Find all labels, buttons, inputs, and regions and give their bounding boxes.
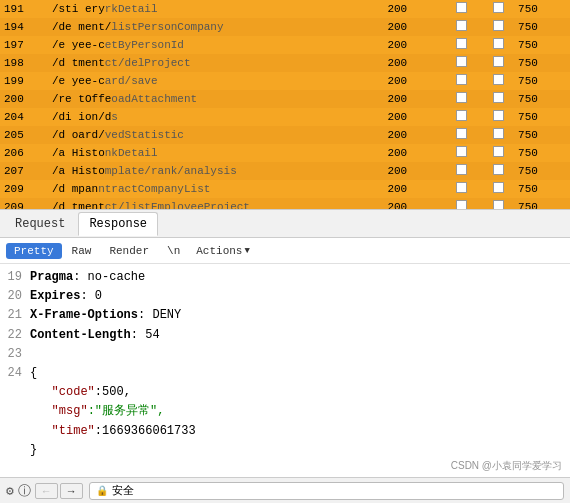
row-method: 200 [383, 162, 439, 180]
row-check2 [484, 198, 514, 210]
table-row[interactable]: 204 /di ion/ds 200 750 [0, 108, 570, 126]
main-tabs-bar: Request Response [0, 210, 570, 238]
row-id: 206 [0, 144, 48, 162]
line-content-21: X-Frame-Options: DENY [30, 306, 564, 325]
line-content-20: Expires: 0 [30, 287, 564, 306]
table-row[interactable]: 205 /d oard/vedStatistic 200 750 [0, 126, 570, 144]
table-row[interactable]: 194 /de ment/listPersonCompany 200 750 [0, 18, 570, 36]
json-code-key: "code" [52, 385, 95, 399]
json-msg-key: "msg" [52, 404, 88, 418]
row-id: 197 [0, 36, 48, 54]
row-method: 200 [383, 54, 439, 72]
row-size: 750 [514, 0, 570, 18]
row-method: 200 [383, 36, 439, 54]
row-id: 191 [0, 0, 48, 18]
line-content-26: "msg":"服务异常", [30, 402, 564, 421]
row-check2 [484, 126, 514, 144]
row-id: 209 [0, 180, 48, 198]
row-size: 750 [514, 36, 570, 54]
table-row[interactable]: 197 /e yee-cetByPersonId 200 750 [0, 36, 570, 54]
table-row[interactable]: 191 /sti eryrkDetail 200 750 [0, 0, 570, 18]
row-method: 200 [383, 108, 439, 126]
subtab-render[interactable]: Render [101, 243, 157, 259]
line-27: "time":1669366061733 [6, 422, 564, 441]
subtab-raw[interactable]: Raw [64, 243, 100, 259]
row-check2 [484, 72, 514, 90]
row-id: 198 [0, 54, 48, 72]
line-24: 24 { [6, 364, 564, 383]
line-content-24: { [30, 364, 564, 383]
tab-request[interactable]: Request [4, 212, 76, 236]
url-bar[interactable]: 🔒 安全 [89, 482, 564, 500]
line-content-27: "time":1669366061733 [30, 422, 564, 441]
row-id: 207 [0, 162, 48, 180]
row-check1 [439, 54, 483, 72]
row-check2 [484, 144, 514, 162]
row-path: /d oard/vedStatistic [48, 126, 383, 144]
line-content-19: Pragma: no-cache [30, 268, 564, 287]
row-path: /de ment/listPersonCompany [48, 18, 383, 36]
subtab-pretty[interactable]: Pretty [6, 243, 62, 259]
row-check2 [484, 180, 514, 198]
bottom-bar: ⚙ ⓘ ← → 🔒 安全 [0, 477, 570, 503]
settings-icon[interactable]: ⚙ [6, 483, 14, 499]
table-row[interactable]: 209 /d tmentct/listEmployeeProject 200 7… [0, 198, 570, 210]
row-check2 [484, 108, 514, 126]
tab-response[interactable]: Response [78, 212, 158, 236]
row-check2 [484, 90, 514, 108]
subtab-n[interactable]: \n [159, 243, 188, 259]
row-size: 750 [514, 108, 570, 126]
line-content-28: } [30, 441, 564, 460]
row-id: 194 [0, 18, 48, 36]
json-code-val: :500, [95, 385, 131, 399]
response-content: 19 Pragma: no-cache 20 Expires: 0 21 X-F… [0, 264, 570, 477]
subtabs-bar: Pretty Raw Render \n Actions ▼ [0, 238, 570, 264]
url-text: 安全 [112, 483, 134, 498]
row-id: 209 [0, 198, 48, 210]
row-path: /sti eryrkDetail [48, 0, 383, 18]
row-check1 [439, 18, 483, 36]
row-path: /e yee-card/save [48, 72, 383, 90]
json-time-val: :1669366061733 [95, 424, 196, 438]
line-25: "code":500, [6, 383, 564, 402]
row-id: 200 [0, 90, 48, 108]
row-method: 200 [383, 144, 439, 162]
row-id: 204 [0, 108, 48, 126]
row-check1 [439, 180, 483, 198]
line-num-24: 24 [6, 364, 30, 383]
line-21: 21 X-Frame-Options: DENY [6, 306, 564, 325]
row-size: 750 [514, 180, 570, 198]
back-button[interactable]: ← [35, 483, 58, 499]
row-size: 750 [514, 162, 570, 180]
table-row[interactable]: 199 /e yee-card/save 200 750 [0, 72, 570, 90]
row-size: 750 [514, 90, 570, 108]
table-row[interactable]: 200 /re tOffeoadAttachment 200 750 [0, 90, 570, 108]
line-num-22: 22 [6, 326, 30, 345]
row-check1 [439, 144, 483, 162]
row-check2 [484, 18, 514, 36]
row-method: 200 [383, 0, 439, 18]
row-method: 200 [383, 18, 439, 36]
table-row[interactable]: 198 /d tmentct/delProject 200 750 [0, 54, 570, 72]
row-check1 [439, 108, 483, 126]
row-check1 [439, 36, 483, 54]
line-22: 22 Content-Length: 54 [6, 326, 564, 345]
row-check2 [484, 162, 514, 180]
row-check2 [484, 0, 514, 18]
subtab-actions[interactable]: Actions ▼ [190, 243, 256, 259]
row-method: 200 [383, 72, 439, 90]
table-row[interactable]: 206 /a HistonkDetail 200 750 [0, 144, 570, 162]
table-row[interactable]: 207 /a Histomplate/rank/analysis 200 750 [0, 162, 570, 180]
main-content: 191 /sti eryrkDetail 200 750 194 /de men… [0, 0, 570, 477]
watermark: CSDN @小袁同学爱学习 [451, 459, 562, 473]
row-path: /d tmentct/delProject [48, 54, 383, 72]
row-size: 750 [514, 198, 570, 210]
forward-button[interactable]: → [60, 483, 83, 499]
row-method: 200 [383, 198, 439, 210]
row-size: 750 [514, 126, 570, 144]
line-26: "msg":"服务异常", [6, 402, 564, 421]
table-row[interactable]: 209 /d mpanntractCompanyList 200 750 [0, 180, 570, 198]
actions-label: Actions [196, 245, 242, 257]
info-icon[interactable]: ⓘ [18, 482, 31, 500]
line-23: 23 [6, 345, 564, 364]
